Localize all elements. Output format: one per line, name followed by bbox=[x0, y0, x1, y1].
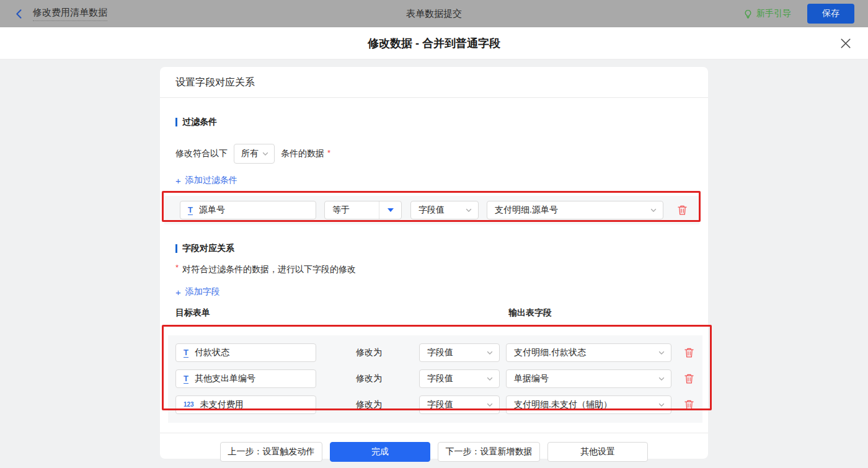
operator-caret-button[interactable] bbox=[379, 201, 401, 219]
add-field-link[interactable]: + 添加字段 bbox=[175, 286, 220, 298]
delete-icon[interactable] bbox=[684, 373, 694, 384]
value-type-select[interactable]: 字段值 bbox=[419, 343, 500, 362]
target-field-input[interactable]: T 付款状态 bbox=[175, 343, 316, 362]
chevron-down-icon bbox=[658, 401, 665, 408]
chevron-down-icon bbox=[262, 150, 269, 157]
column-output-field: 输出表字段 bbox=[508, 307, 552, 319]
value-type-select[interactable]: 字段值 bbox=[410, 201, 479, 219]
card-title: 设置字段对应关系 bbox=[160, 67, 708, 98]
flow-title[interactable]: 修改费用清单数据 bbox=[33, 7, 107, 21]
column-target-form: 目标表单 bbox=[175, 307, 508, 319]
section-marker bbox=[175, 118, 177, 126]
plus-icon: + bbox=[175, 175, 181, 186]
caret-down-icon bbox=[388, 208, 394, 212]
guide-label: 新手引导 bbox=[756, 8, 791, 19]
done-button[interactable]: 完成 bbox=[330, 442, 430, 462]
card-footer: 上一步：设置触发动作 完成 下一步：设置新增数据 其他设置 bbox=[160, 433, 708, 462]
settings-card: 设置字段对应关系 过滤条件 修改符合以下 所有 条件的数据 * + 添加过滤条件… bbox=[160, 67, 708, 459]
required-mark: * bbox=[175, 263, 179, 272]
mapping-section-title: 字段对应关系 bbox=[175, 243, 693, 254]
prev-step-button[interactable]: 上一步：设置触发动作 bbox=[220, 442, 322, 462]
dialog-content: 设置字段对应关系 过滤条件 修改符合以下 所有 条件的数据 * + 添加过滤条件… bbox=[0, 60, 868, 468]
topbar: 表单数据提交 修改费用清单数据 新手引导 保存 bbox=[0, 0, 868, 27]
mapping-row: T 其他支出单编号 修改为 字段值 单据编号 bbox=[168, 366, 702, 392]
dialog-header: 修改数据 - 合并到普通字段 bbox=[0, 27, 868, 60]
text-field-icon: T bbox=[188, 206, 193, 215]
dialog-title: 修改数据 - 合并到普通字段 bbox=[368, 36, 500, 51]
value-type-select[interactable]: 字段值 bbox=[419, 395, 500, 414]
chevron-down-icon bbox=[465, 206, 472, 214]
chevron-down-icon bbox=[658, 375, 665, 382]
page-title: 表单数据提交 bbox=[0, 8, 868, 20]
lightbulb-icon bbox=[743, 9, 753, 19]
value-type-select[interactable]: 字段值 bbox=[419, 369, 500, 388]
target-field-input[interactable]: 123 未支付费用 bbox=[175, 395, 316, 414]
text-field-icon: T bbox=[184, 374, 188, 384]
filter-field-input[interactable]: T 源单号 bbox=[180, 201, 316, 219]
chevron-down-icon bbox=[650, 206, 657, 214]
section-marker bbox=[175, 244, 177, 253]
add-filter-condition-link[interactable]: + 添加过滤条件 bbox=[175, 175, 237, 186]
chevron-down-icon bbox=[486, 401, 494, 408]
mapping-description: * 对符合过滤条件的数据，进行以下字段的修改 bbox=[175, 264, 693, 275]
text-field-icon: T bbox=[184, 348, 188, 358]
required-mark: * bbox=[327, 148, 330, 157]
chevron-down-icon bbox=[486, 375, 494, 382]
match-prefix: 修改符合以下 bbox=[175, 148, 228, 159]
mapping-table-header: 目标表单 输出表字段 bbox=[175, 307, 693, 326]
target-field-input[interactable]: T 其他支出单编号 bbox=[175, 369, 316, 388]
chevron-down-icon bbox=[486, 349, 494, 356]
filter-condition-row: T 源单号 等于 字段值 支付明细.源单号 bbox=[164, 196, 699, 224]
modify-label: 修改为 bbox=[356, 373, 388, 384]
next-step-button[interactable]: 下一步：设置新增数据 bbox=[438, 442, 540, 462]
output-field-select[interactable]: 单据编号 bbox=[506, 369, 671, 388]
close-icon[interactable] bbox=[839, 37, 852, 50]
filter-section-title: 过滤条件 bbox=[175, 117, 693, 128]
number-field-icon: 123 bbox=[184, 402, 194, 408]
mapping-row: 123 未支付费用 修改为 字段值 支付明细.未支付（辅助） bbox=[168, 392, 702, 418]
match-suffix: 条件的数据 bbox=[281, 148, 324, 159]
back-icon[interactable] bbox=[14, 9, 24, 19]
value-select[interactable]: 支付明细.源单号 bbox=[487, 201, 663, 219]
delete-icon[interactable] bbox=[684, 399, 694, 410]
delete-icon[interactable] bbox=[677, 205, 688, 216]
save-button[interactable]: 保存 bbox=[807, 4, 854, 24]
operator-select[interactable]: 等于 bbox=[324, 201, 402, 219]
plus-icon: + bbox=[175, 287, 181, 298]
modify-label: 修改为 bbox=[356, 347, 388, 358]
match-condition-line: 修改符合以下 所有 条件的数据 * bbox=[175, 144, 693, 164]
chevron-down-icon bbox=[658, 349, 665, 356]
modify-label: 修改为 bbox=[356, 399, 388, 410]
match-type-select[interactable]: 所有 bbox=[234, 144, 275, 164]
output-field-select[interactable]: 支付明细.付款状态 bbox=[506, 343, 671, 362]
mapping-row: T 付款状态 修改为 字段值 支付明细.付款状态 bbox=[168, 340, 702, 366]
guide-link[interactable]: 新手引导 bbox=[743, 8, 791, 19]
delete-icon[interactable] bbox=[684, 347, 694, 358]
output-field-select[interactable]: 支付明细.未支付（辅助） bbox=[506, 395, 671, 414]
mapping-rows: T 付款状态 修改为 字段值 支付明细.付款状态 bbox=[168, 335, 702, 423]
other-settings-button[interactable]: 其他设置 bbox=[547, 442, 648, 462]
